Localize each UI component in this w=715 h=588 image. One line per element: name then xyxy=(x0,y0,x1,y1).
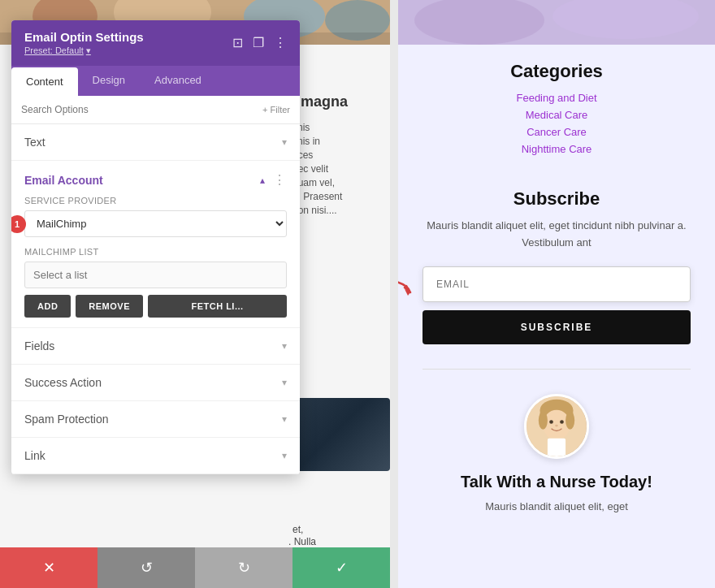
redo-button[interactable]: ↻ xyxy=(195,547,292,588)
fetch-list-button[interactable]: FETCH LI... xyxy=(148,295,287,318)
list-action-buttons: ADD REMOVE FETCH LI... xyxy=(24,295,287,318)
right-panel: Categories Feeding and Diet Medical Care… xyxy=(398,0,715,588)
nurse-avatar xyxy=(524,394,589,459)
filter-button[interactable]: + Filter xyxy=(262,105,290,115)
panel-preset[interactable]: Preset: Default ▾ xyxy=(24,45,144,56)
section-fields-label: Fields xyxy=(24,339,54,352)
section-email-account-title: Email Account xyxy=(24,174,103,187)
chevron-down-icon-link: ▾ xyxy=(282,450,287,461)
email-field-wrapper xyxy=(422,266,691,310)
right-top-image xyxy=(398,0,715,45)
panel-header: Email Optin Settings Preset: Default ▾ ⊡… xyxy=(11,20,300,66)
svg-point-18 xyxy=(539,411,548,429)
subscribe-description: Mauris blandit aliquet elit, eget tincid… xyxy=(422,218,691,252)
save-icon: ✓ xyxy=(336,559,348,577)
section-email-account: Email Account ▴ ⋮ Service Provider 1 Mai… xyxy=(11,161,300,328)
svg-point-19 xyxy=(566,411,574,429)
category-link-medical[interactable]: Medical Care xyxy=(422,109,691,121)
mailchimp-list-input[interactable] xyxy=(24,262,287,288)
bottom-action-bar: ✕ ↺ ↻ ✓ xyxy=(0,547,390,588)
page-text-7: a. Praesent xyxy=(292,191,342,202)
page-bottom-text2: . Nulla xyxy=(288,536,316,547)
categories-section: Categories Feeding and Diet Medical Care… xyxy=(422,45,691,172)
nurse-section-text: Mauris blandit aliquet elit, eget xyxy=(422,499,691,515)
svg-point-16 xyxy=(555,424,558,426)
tab-content[interactable]: Content xyxy=(11,67,78,96)
section-spam-protection[interactable]: Spam Protection ▾ xyxy=(11,401,300,438)
panel-title: Email Optin Settings xyxy=(24,30,144,44)
subscribe-title: Subscribe xyxy=(422,188,691,210)
chevron-down-icon-spam: ▾ xyxy=(282,413,287,425)
panel-header-icons: ⊡ ❐ ⋮ xyxy=(232,37,287,50)
section-divider xyxy=(422,369,691,370)
more-dots-icon[interactable]: ⋮ xyxy=(273,172,287,188)
svg-rect-17 xyxy=(548,438,566,456)
expand-icon[interactable]: ⊡ xyxy=(232,37,243,50)
undo-icon: ↺ xyxy=(141,559,153,577)
settings-panel: Email Optin Settings Preset: Default ▾ ⊡… xyxy=(11,20,300,474)
service-provider-select[interactable]: MailChimp xyxy=(24,210,287,237)
svg-point-14 xyxy=(549,420,553,424)
category-link-cancer[interactable]: Cancer Care xyxy=(422,126,691,138)
service-provider-label: Service Provider xyxy=(24,196,287,205)
page-bottom-text1: et, xyxy=(292,524,303,535)
right-content: Categories Feeding and Diet Medical Care… xyxy=(398,45,715,526)
mailchimp-list-label: MailChimp List xyxy=(24,247,287,257)
panel-tabs: Content Design Advanced xyxy=(11,66,300,96)
more-icon[interactable]: ⋮ xyxy=(274,37,287,50)
section-link[interactable]: Link ▾ xyxy=(11,438,300,474)
chevron-down-icon-success: ▾ xyxy=(282,377,287,388)
save-button[interactable]: ✓ xyxy=(292,547,390,588)
undo-button[interactable]: ↺ xyxy=(98,547,195,588)
tab-design[interactable]: Design xyxy=(78,66,140,96)
panel-search-bar: + Filter xyxy=(11,96,300,124)
category-link-nighttime[interactable]: Nighttime Care xyxy=(422,143,691,155)
section-text-label: Text xyxy=(24,136,46,149)
nurse-section-title: Talk With a Nurse Today! xyxy=(422,471,691,492)
service-provider-select-wrapper: 1 MailChimp xyxy=(24,210,287,237)
subscribe-button[interactable]: SUBSCRIBE xyxy=(422,310,691,344)
red-arrow-indicator xyxy=(398,275,418,306)
section-success-action-label: Success Action xyxy=(24,376,102,389)
nurse-section: Talk With a Nurse Today! Mauris blandit … xyxy=(422,382,691,527)
mailchimp-list-section: MailChimp List ADD REMOVE FETCH LI... xyxy=(11,247,300,327)
chevron-down-icon-fields: ▾ xyxy=(282,340,287,352)
delete-button[interactable]: ✕ xyxy=(0,547,98,588)
service-provider-group: Service Provider 1 MailChimp xyxy=(11,196,300,247)
remove-button[interactable]: REMOVE xyxy=(76,295,143,318)
categories-title: Categories xyxy=(422,61,691,82)
chevron-down-icon: ▾ xyxy=(282,136,287,148)
section-email-account-header: Email Account ▴ ⋮ xyxy=(11,161,300,196)
subscribe-section: Subscribe Mauris blandit aliquet elit, e… xyxy=(422,172,691,357)
category-link-feeding[interactable]: Feeding and Diet xyxy=(422,92,691,104)
chevron-up-icon[interactable]: ▴ xyxy=(260,175,265,186)
svg-point-15 xyxy=(560,420,564,424)
page-magna-text: l magna xyxy=(292,93,348,110)
section-email-account-icons: ▴ ⋮ xyxy=(260,172,287,188)
tab-advanced[interactable]: Advanced xyxy=(140,66,216,96)
section-fields[interactable]: Fields ▾ xyxy=(11,328,300,365)
delete-icon: ✕ xyxy=(43,559,55,577)
collapse-icon[interactable]: ❐ xyxy=(253,37,264,50)
panel-header-left: Email Optin Settings Preset: Default ▾ xyxy=(24,30,144,56)
section-link-label: Link xyxy=(24,449,46,462)
email-input[interactable] xyxy=(422,266,691,302)
panel-body: Text ▾ Email Account ▴ ⋮ Service Provide… xyxy=(11,124,300,474)
redo-icon: ↻ xyxy=(238,559,250,577)
section-text[interactable]: Text ▾ xyxy=(11,124,300,161)
add-button[interactable]: ADD xyxy=(24,295,71,318)
section-spam-label: Spam Protection xyxy=(24,413,109,426)
section-success-action[interactable]: Success Action ▾ xyxy=(11,365,300,401)
search-input[interactable] xyxy=(21,104,256,115)
